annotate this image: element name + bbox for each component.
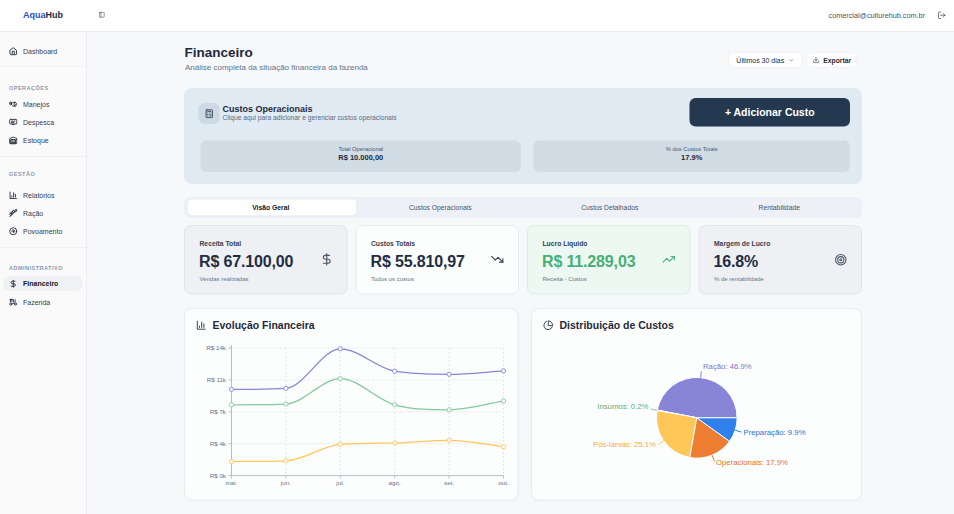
svg-text:R$ 4k: R$ 4k: [210, 440, 227, 447]
svg-text:set.: set.: [444, 479, 454, 486]
svg-text:Insumos: 0.2%: Insumos: 0.2%: [597, 402, 648, 411]
svg-text:Operacionais: 17.9%: Operacionais: 17.9%: [716, 458, 788, 467]
svg-text:mai.: mai.: [226, 479, 238, 486]
svg-text:jun.: jun.: [280, 479, 291, 486]
svg-text:R$ 0k: R$ 0k: [210, 472, 227, 479]
svg-text:R$ 14k: R$ 14k: [206, 344, 227, 351]
svg-text:R$ 11k: R$ 11k: [207, 376, 227, 383]
svg-text:R$ 7k: R$ 7k: [210, 408, 227, 415]
svg-text:ago.: ago.: [389, 479, 401, 486]
svg-text:out.: out.: [498, 479, 509, 486]
svg-text:jul.: jul.: [335, 479, 344, 486]
svg-text:Pós-larvas: 25.1%: Pós-larvas: 25.1%: [593, 440, 656, 449]
svg-text:Preparação: 9.9%: Preparação: 9.9%: [744, 428, 806, 437]
svg-text:Ração: 46.9%: Ração: 46.9%: [703, 362, 752, 371]
